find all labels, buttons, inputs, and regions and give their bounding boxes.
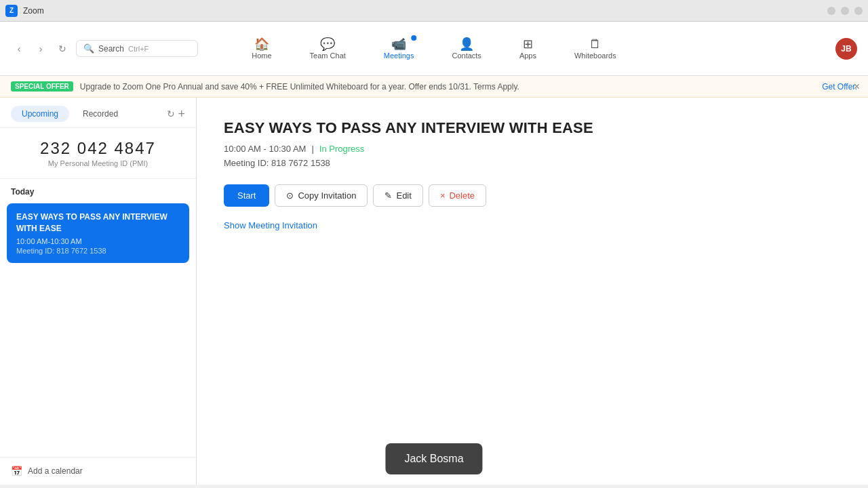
nav-center: 🏠 Home 💬 Team Chat 📹 Meetings 👤 Contacts…: [243, 22, 624, 76]
close-button[interactable]: ×: [854, 7, 863, 15]
meeting-card-title: EASY WAYS TO PASS ANY INTERVIEW WITH EAS…: [16, 211, 180, 235]
tab-whiteboards-label: Whiteboards: [574, 52, 616, 60]
pmi-number: 232 042 4847: [11, 139, 185, 158]
search-bar[interactable]: 🔍 Search Ctrl+F: [76, 40, 198, 57]
home-icon: 🏠: [254, 38, 269, 50]
meeting-meta: 10:00 AM - 10:30 AM | In Progress: [224, 144, 841, 154]
main-content: EASY WAYS TO PASS ANY INTERVIEW WITH EAS…: [197, 98, 868, 485]
whiteboards-icon: 🗒: [589, 38, 601, 50]
calendar-icon: 📅: [11, 466, 22, 476]
meeting-time: 10:00 AM - 10:30 AM: [224, 144, 306, 154]
zoom-logo: Z: [5, 5, 18, 17]
banner-message: Upgrade to Zoom One Pro Annual and save …: [80, 82, 815, 92]
app-title: Zoom: [23, 6, 44, 16]
meta-separator: |: [311, 144, 313, 154]
meeting-card-id: Meeting ID: 818 7672 1538: [16, 247, 180, 255]
refresh-button[interactable]: ↻: [54, 41, 71, 57]
tab-contacts[interactable]: 👤 Contacts: [443, 33, 489, 65]
avatar[interactable]: JB: [835, 38, 857, 60]
tab-home-label: Home: [252, 52, 271, 60]
sidebar: Upcoming Recorded ↻ + 232 042 4847 My Pe…: [0, 98, 197, 485]
tab-whiteboards[interactable]: 🗒 Whiteboards: [566, 33, 625, 65]
pmi-label: My Personal Meeting ID (PMI): [11, 159, 185, 167]
meeting-actions: Start ⊙ Copy Invitation ✎ Edit × Delete: [224, 184, 841, 207]
tab-apps[interactable]: ⊞ Apps: [511, 33, 545, 65]
sidebar-tabs: Upcoming Recorded ↻ +: [0, 98, 196, 128]
start-button[interactable]: Start: [224, 184, 269, 207]
tab-upcoming[interactable]: Upcoming: [11, 106, 69, 122]
tab-meetings[interactable]: 📹 Meetings: [376, 33, 422, 65]
delete-button[interactable]: × Delete: [429, 184, 486, 207]
nav-right: JB: [835, 38, 857, 60]
search-label: Search: [98, 44, 124, 54]
tab-recorded[interactable]: Recorded: [72, 106, 129, 122]
edit-label: Edit: [396, 190, 411, 201]
delete-icon: ×: [440, 190, 446, 201]
meeting-id-text: Meeting ID: 818 7672 1538: [224, 158, 841, 168]
delete-label: Delete: [449, 190, 475, 201]
contacts-icon: 👤: [459, 38, 474, 50]
tab-meetings-label: Meetings: [384, 52, 414, 60]
show-invitation-link[interactable]: Show Meeting Invitation: [224, 220, 317, 230]
sidebar-pmi: 232 042 4847 My Personal Meeting ID (PMI…: [0, 128, 196, 179]
main-layout: Upcoming Recorded ↻ + 232 042 4847 My Pe…: [0, 98, 868, 485]
apps-icon: ⊞: [523, 38, 533, 50]
search-icon: 🔍: [83, 43, 94, 54]
banner: SPECIAL OFFER Upgrade to Zoom One Pro An…: [0, 76, 868, 98]
tab-team-chat-label: Team Chat: [310, 52, 346, 60]
search-shortcut: Ctrl+F: [128, 45, 149, 53]
team-chat-icon: 💬: [320, 38, 335, 50]
add-calendar[interactable]: 📅 Add a calendar: [0, 457, 196, 485]
sidebar-add-button[interactable]: +: [178, 108, 185, 120]
meeting-card-time: 10:00 AM-10:30 AM: [16, 237, 180, 245]
banner-badge: SPECIAL OFFER: [11, 81, 73, 92]
banner-close-button[interactable]: ×: [854, 81, 860, 93]
minimize-button[interactable]: −: [827, 7, 835, 15]
add-calendar-label: Add a calendar: [28, 466, 83, 476]
nav-left: ‹ › ↻ 🔍 Search Ctrl+F: [11, 40, 198, 57]
in-progress-status: In Progress: [319, 144, 364, 154]
tab-team-chat[interactable]: 💬 Team Chat: [302, 33, 354, 65]
meetings-badge: [411, 35, 416, 41]
meeting-card[interactable]: EASY WAYS TO PASS ANY INTERVIEW WITH EAS…: [7, 203, 189, 263]
tab-apps-label: Apps: [519, 52, 536, 60]
title-bar-controls: − □ ×: [827, 7, 863, 15]
sidebar-refresh-button[interactable]: ↻: [167, 108, 175, 119]
copy-invitation-button[interactable]: ⊙ Copy Invitation: [275, 184, 368, 207]
nav-bar: ‹ › ↻ 🔍 Search Ctrl+F 🏠 Home 💬 Team Chat…: [0, 22, 868, 76]
edit-icon: ✎: [384, 190, 392, 201]
tab-contacts-label: Contacts: [452, 52, 481, 60]
title-bar-left: Z Zoom: [5, 5, 44, 17]
meeting-title: EASY WAYS TO PASS ANY INTERVIEW WITH EAS…: [224, 119, 841, 137]
back-button[interactable]: ‹: [11, 41, 27, 57]
tab-home[interactable]: 🏠 Home: [243, 33, 279, 65]
banner-cta[interactable]: Get Offer.: [822, 82, 857, 92]
title-bar: Z Zoom − □ ×: [0, 0, 868, 22]
edit-button[interactable]: ✎ Edit: [373, 184, 422, 207]
copy-label: Copy Invitation: [298, 190, 356, 201]
maximize-button[interactable]: □: [841, 7, 849, 15]
meetings-icon: 📹: [391, 38, 406, 50]
copy-icon: ⊙: [286, 190, 294, 201]
sidebar-today-label: Today: [0, 179, 196, 201]
forward-button[interactable]: ›: [33, 41, 49, 57]
